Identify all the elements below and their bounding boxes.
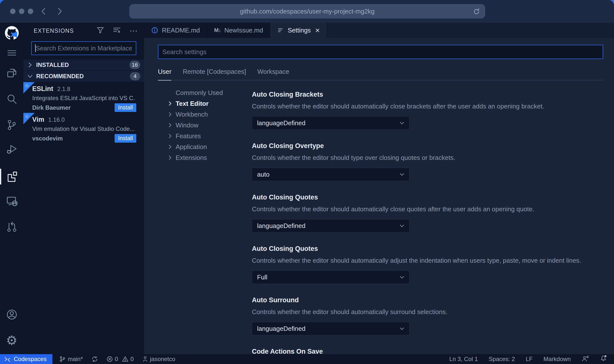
setting-entry: Auto Closing Brackets Controls whether t… [252, 90, 603, 130]
status-bar: Codespaces main* 0 0 jasonetco Ln 3, Col… [0, 354, 614, 364]
menu-icon[interactable] [0, 46, 23, 60]
language-mode[interactable]: Markdown [543, 356, 571, 363]
star-icon: ☆ [25, 83, 29, 89]
indentation[interactable]: Spaces: 2 [489, 356, 515, 363]
back-button[interactable] [39, 6, 49, 16]
github-codespaces-logo[interactable] [0, 26, 23, 40]
sidebar-header: EXTENSIONS ⋯ [23, 23, 144, 39]
tree-item-text-editor[interactable]: Text Editor [158, 98, 244, 109]
text-cursor [35, 44, 36, 52]
setting-description: Controls whether the editor should autom… [252, 308, 603, 316]
section-recommended[interactable]: RECOMMENDED 4 [23, 70, 144, 82]
setting-dropdown[interactable]: languageDefined [252, 219, 409, 232]
setting-title: Auto Closing Brackets [252, 90, 603, 99]
explorer-icon[interactable] [0, 66, 23, 80]
setting-description: Controls whether the editor should autom… [252, 256, 603, 265]
tree-item-window[interactable]: Window [158, 120, 244, 131]
settings-search-input[interactable] [158, 45, 603, 59]
chevron-right-icon [167, 133, 173, 139]
setting-description: Controls whether the editor should autom… [252, 205, 603, 213]
extension-description: Integrates ESLint JavaScript into VS C..… [32, 95, 136, 102]
settings-tree: Commonly Used Text Editor Workbench [158, 80, 244, 354]
settings-list-icon [277, 27, 284, 34]
url-text: github.com/codespaces/user-my-project-mg… [240, 8, 375, 15]
screen: github.com/codespaces/user-my-project-mg… [0, 0, 614, 364]
remote-explorer-icon[interactable] [0, 194, 23, 208]
warning-icon [122, 356, 128, 362]
extension-version: 2.1.8 [57, 86, 70, 92]
extension-list-item[interactable]: ☆ ESLint 2.1.8 Integrates ESLint JavaScr… [23, 82, 144, 113]
logged-in-user[interactable]: jasonetco [142, 356, 175, 363]
section-installed[interactable]: INSTALLED 16 [23, 59, 144, 70]
more-actions-icon[interactable]: ⋯ [129, 28, 138, 33]
scope-tab-remote[interactable]: Remote [Codespaces] [183, 68, 246, 80]
scope-tab-workspace[interactable]: Workspace [257, 68, 289, 80]
filter-icon[interactable] [96, 26, 104, 36]
tab-settings[interactable]: Settings × [270, 23, 327, 38]
search-icon[interactable] [0, 92, 23, 106]
activity-bar: ⚙ [0, 23, 23, 354]
extensions-icon[interactable] [0, 170, 23, 183]
feedback-button[interactable] [582, 355, 589, 364]
notifications-button[interactable] [600, 355, 607, 364]
refresh-icon[interactable] [473, 8, 480, 17]
scope-tab-user[interactable]: User [158, 68, 171, 81]
extensions-search-input[interactable] [31, 41, 136, 55]
tree-item-commonly-used[interactable]: Commonly Used [158, 87, 244, 98]
tab-newissue[interactable]: M↓ NewIssue.md [207, 23, 271, 38]
branch-indicator[interactable]: main* [59, 356, 83, 363]
traffic-light-minimize[interactable] [19, 9, 24, 14]
forward-button[interactable] [55, 6, 64, 16]
close-icon[interactable]: × [315, 28, 320, 33]
browser-chrome: github.com/codespaces/user-my-project-mg… [0, 0, 614, 23]
installed-count-badge: 16 [129, 61, 140, 69]
tab-label: NewIssue.md [224, 27, 263, 34]
setting-dropdown[interactable]: Full [252, 271, 409, 284]
settings-scope-tabs: User Remote [Codespaces] Workspace [158, 68, 603, 80]
codespaces-remote-button[interactable]: Codespaces [0, 354, 52, 364]
branch-icon [59, 356, 66, 362]
install-button[interactable]: Install [115, 134, 136, 143]
tree-item-extensions[interactable]: Extensions [158, 152, 244, 163]
bell-icon [600, 355, 607, 362]
tree-item-workbench[interactable]: Workbench [158, 109, 244, 120]
pull-requests-icon[interactable] [0, 220, 23, 234]
chevron-down-icon [399, 274, 405, 280]
cursor-position[interactable]: Ln 3, Col 1 [449, 356, 478, 363]
url-bar[interactable]: github.com/codespaces/user-my-project-mg… [129, 4, 485, 18]
clear-extension-search-icon[interactable] [113, 26, 121, 36]
main-area: ⚙ EXTENSIONS ⋯ [0, 23, 614, 354]
setting-entry: Auto Closing Quotes Controls whether the… [252, 244, 603, 284]
eol-indicator[interactable]: LF [526, 356, 533, 363]
extensions-sidebar: EXTENSIONS ⋯ INSTALLED 16 [23, 23, 144, 354]
sync-button[interactable] [91, 356, 98, 363]
settings-gear-icon[interactable]: ⚙ [0, 334, 23, 347]
extension-list-item[interactable]: ☆ Vim 1.16.0 Vim emulation for Visual St… [23, 113, 144, 144]
chevron-right-icon [167, 122, 173, 128]
setting-description: Controls whether the editor should type … [252, 153, 603, 162]
setting-description: Controls whether the editor should autom… [252, 102, 603, 110]
account-icon[interactable] [0, 308, 23, 321]
tab-bar: README.md M↓ NewIssue.md Settings × [144, 23, 614, 38]
settings-editor: User Remote [Codespaces] Workspace Commo… [144, 38, 614, 354]
traffic-light-zoom[interactable] [28, 9, 33, 14]
extension-publisher: vscodevim [32, 135, 63, 142]
tree-item-features[interactable]: Features [158, 131, 244, 141]
problems-indicator[interactable]: 0 0 [107, 356, 134, 363]
traffic-light-close[interactable] [10, 9, 15, 14]
tab-readme[interactable]: README.md [144, 23, 207, 38]
setting-dropdown[interactable]: languageDefined [252, 322, 409, 335]
run-and-debug-icon[interactable] [0, 142, 23, 156]
setting-entry: Auto Surround Controls whether the edito… [252, 296, 603, 335]
feedback-icon [582, 355, 589, 362]
sidebar-title: EXTENSIONS [34, 28, 74, 34]
setting-dropdown[interactable]: languageDefined [252, 116, 409, 130]
tree-item-application[interactable]: Application [158, 141, 244, 152]
extension-publisher: Dirk Baeumer [32, 104, 71, 111]
install-button[interactable]: Install [115, 103, 136, 112]
person-icon [142, 356, 148, 362]
source-control-icon[interactable] [0, 118, 23, 132]
setting-dropdown[interactable]: auto [252, 168, 409, 181]
sync-icon [91, 356, 98, 363]
recommended-count-badge: 4 [130, 72, 140, 80]
